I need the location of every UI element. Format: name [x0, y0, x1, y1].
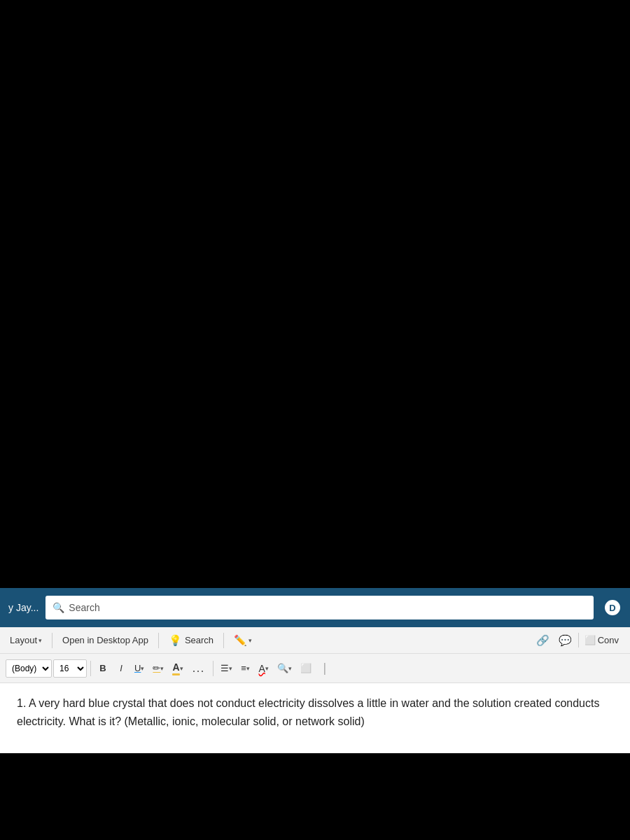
- indent-chevron-icon: ▾: [246, 665, 250, 672]
- underline-chevron-icon: ▾: [141, 665, 144, 672]
- italic-label: I: [120, 663, 122, 673]
- indent-button[interactable]: ≡ ▾: [237, 659, 254, 678]
- pencil-button[interactable]: ✏️ ▾: [230, 632, 256, 649]
- open-desktop-label: Open in Desktop App: [62, 635, 148, 645]
- extra-icon: |: [323, 661, 327, 676]
- more-button[interactable]: ...: [188, 659, 209, 678]
- spellcheck-chevron-icon: ▾: [265, 665, 269, 672]
- toolbar-separator-3: [223, 633, 224, 648]
- pencil-chevron-icon: ▾: [248, 637, 252, 644]
- italic-button[interactable]: I: [113, 659, 130, 678]
- bullet-list-button[interactable]: ☰ ▾: [217, 659, 236, 678]
- image-button[interactable]: ⬜: [297, 659, 315, 678]
- font-color-chevron-icon: ▾: [180, 665, 183, 672]
- content-text: 1. A very hard blue crystal that does no…: [17, 694, 613, 730]
- search-bar-text: Search: [69, 602, 99, 613]
- comment-icon: 💬: [559, 634, 572, 647]
- app-title: y Jay...: [8, 602, 38, 613]
- extra-button[interactable]: |: [316, 659, 333, 678]
- find-chevron-icon: ▾: [288, 665, 292, 672]
- black-background: [0, 0, 630, 588]
- layout-chevron-icon: ▾: [38, 637, 42, 644]
- font-color-button[interactable]: A ▾: [169, 659, 186, 678]
- search-bar[interactable]: 🔍 Search: [46, 596, 594, 620]
- search-lightbulb-icon: 💡: [169, 634, 182, 647]
- fmt-separator-2: [213, 661, 214, 676]
- spellcheck-icon: A: [259, 663, 265, 674]
- underline-label: U: [134, 663, 141, 673]
- search-label: Search: [185, 635, 214, 645]
- title-bar: y Jay... 🔍 Search D: [0, 588, 630, 627]
- open-desktop-button[interactable]: Open in Desktop App: [58, 633, 153, 648]
- content-area: 1. A very hard blue crystal that does no…: [0, 683, 630, 753]
- bullet-list-icon: ☰: [220, 663, 229, 673]
- bold-button[interactable]: B: [94, 659, 111, 678]
- highlight-button[interactable]: ✏ ▾: [149, 659, 167, 678]
- indent-icon: ≡: [241, 663, 246, 673]
- layout-menu[interactable]: Layout ▾: [6, 633, 46, 648]
- conv-button[interactable]: ⬜ Conv: [578, 633, 624, 648]
- find-button[interactable]: 🔍 ▾: [274, 659, 295, 678]
- layout-label: Layout: [10, 635, 37, 645]
- toolbar-separator-2: [158, 633, 159, 648]
- font-family-select[interactable]: (Body): [6, 659, 52, 678]
- user-avatar-badge: D: [603, 598, 622, 617]
- conv-icon: ⬜: [584, 635, 596, 645]
- share-button[interactable]: 🔗: [533, 631, 553, 650]
- underline-button[interactable]: U ▾: [131, 659, 148, 678]
- font-color-icon: A: [172, 662, 179, 676]
- bold-label: B: [99, 663, 106, 673]
- find-icon: 🔍: [277, 663, 288, 673]
- formatting-bar: (Body) 16 B I U ▾ ✏ ▾ A ▾ ... ☰ ▾: [0, 654, 630, 683]
- toolbar-search-button[interactable]: 💡 Search: [164, 632, 218, 649]
- search-icon: 🔍: [52, 602, 64, 613]
- comment-button[interactable]: 💬: [556, 631, 575, 650]
- list-chevron-icon: ▾: [229, 665, 232, 672]
- toolbar: Layout ▾ Open in Desktop App 💡 Search ✏️…: [0, 627, 630, 654]
- highlight-icon: ✏: [153, 663, 160, 673]
- share-icon: 🔗: [536, 634, 550, 647]
- conv-label: Conv: [598, 635, 619, 645]
- pencil-icon: ✏️: [234, 634, 247, 647]
- image-icon: ⬜: [300, 663, 312, 673]
- toolbar-separator-1: [52, 633, 52, 648]
- font-size-select[interactable]: 16: [53, 659, 87, 678]
- highlight-chevron-icon: ▾: [160, 665, 164, 672]
- fmt-separator-1: [90, 661, 91, 676]
- more-dots-icon: ...: [192, 661, 205, 676]
- spellcheck-button[interactable]: A ▾: [255, 659, 272, 678]
